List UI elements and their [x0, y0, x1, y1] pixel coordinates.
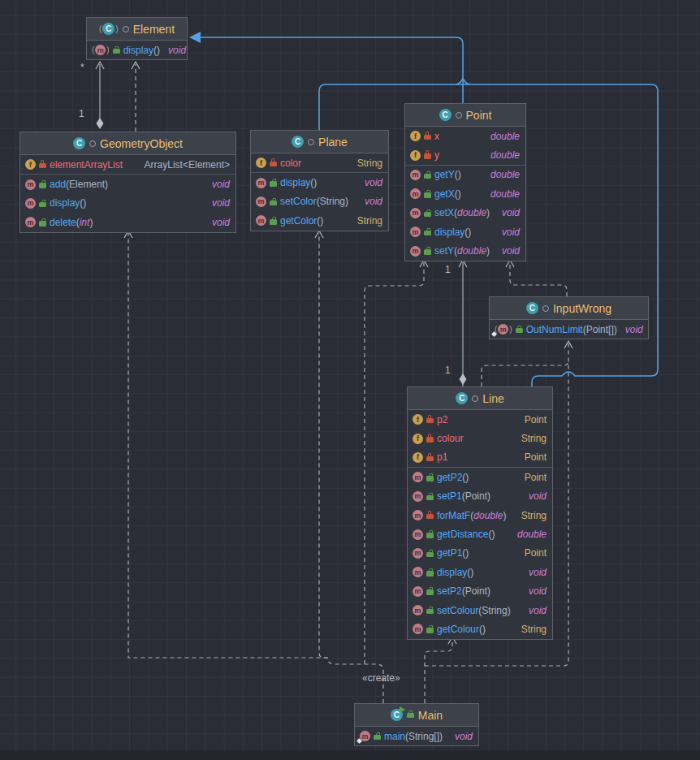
- field-row-y[interactable]: fydouble: [405, 145, 525, 164]
- class-node-line[interactable]: CLinefp2PointfcolourStringfp1PointmgetP2…: [407, 386, 553, 640]
- method-row-display[interactable]: mdisplay()void: [251, 173, 388, 192]
- method-row-display[interactable]: mdisplay()void: [405, 222, 525, 241]
- visibility-circle-icon: [542, 305, 549, 312]
- field-type: ArrayList<Element>: [140, 159, 230, 171]
- method-signature: setP1(Point): [437, 490, 490, 502]
- edge-create-main-plane[interactable]: [319, 233, 328, 658]
- class-circle-icon: C: [526, 302, 538, 314]
- field-row-x[interactable]: fxdouble: [405, 127, 525, 145]
- field-row-p1[interactable]: fp1Point: [408, 448, 552, 467]
- method-name: OutNumLimit: [526, 324, 583, 335]
- method-name: getP1: [437, 547, 462, 559]
- method-row-setColour[interactable]: msetColour(String)void: [408, 601, 552, 620]
- method-circle-icon: m: [95, 45, 106, 55]
- method-row-getDistance[interactable]: mgetDistance()double: [408, 525, 552, 543]
- close-paren: ): [465, 472, 469, 483]
- method-row-delete[interactable]: mdelete(int)void: [20, 213, 235, 231]
- uml-diagram-canvas[interactable]: *111«create» CElementmdisplay()voidCGeom…: [0, 0, 700, 760]
- method-signature: display(): [123, 45, 160, 56]
- class-header-element[interactable]: CElement: [87, 18, 187, 41]
- method-return-type: Point: [520, 547, 547, 559]
- private-lock-icon: [39, 163, 46, 169]
- class-circle-icon: C: [456, 392, 468, 404]
- method-signature: getColour(): [437, 624, 486, 635]
- class-circle-icon: C: [73, 137, 85, 149]
- method-row-main[interactable]: mmain(String[])void: [355, 727, 478, 745]
- edge-dependency-line-inputwrong[interactable]: [482, 361, 568, 386]
- method-row-display[interactable]: mdisplay()void: [408, 563, 552, 581]
- fields-section: fcolorString: [251, 153, 388, 173]
- class-node-main[interactable]: CMainmmain(String[])void: [354, 703, 479, 746]
- class-node-plane[interactable]: CPlanefcolorStringmdisplay()voidmsetColo…: [250, 130, 389, 231]
- method-row-getY[interactable]: mgetY()double: [405, 166, 525, 184]
- class-header-geometryobject[interactable]: CGeometryObject: [20, 132, 235, 155]
- method-icon: m: [410, 188, 421, 199]
- method-row-OutNumLimit[interactable]: mOutNumLimit(Point[])void: [490, 320, 648, 339]
- method-row-getP2[interactable]: mgetP2()Point: [408, 468, 552, 486]
- method-param: Point: [465, 585, 487, 597]
- method-row-setColor[interactable]: msetColor(String)void: [251, 192, 388, 211]
- class-node-point[interactable]: CPointfxdoublefydoublemgetY()doublemgetX…: [404, 103, 526, 261]
- method-row-setX[interactable]: msetX(double)void: [405, 204, 525, 222]
- class-node-element[interactable]: CElementmdisplay()void: [86, 17, 188, 60]
- close-paren: ): [486, 207, 490, 218]
- method-row-forMatF[interactable]: mforMatF(double)String: [408, 506, 552, 525]
- methods-section: mdisplay()voidmsetColor(String)voidmgetC…: [251, 173, 388, 230]
- edge-dependency-inputwrong-point[interactable]: [510, 262, 567, 296]
- method-circle-icon: m: [413, 529, 423, 540]
- method-circle-icon: m: [413, 586, 423, 597]
- method-row-getColor[interactable]: mgetColor()String: [251, 211, 388, 230]
- method-row-display[interactable]: mdisplay()void: [87, 41, 187, 59]
- field-row-p2[interactable]: fp2Point: [408, 410, 552, 429]
- class-header-plane[interactable]: CPlane: [251, 131, 388, 153]
- method-icon: m: [413, 491, 423, 502]
- method-signature: display(): [280, 177, 317, 188]
- field-row-colour[interactable]: fcolourString: [408, 429, 552, 447]
- method-row-display[interactable]: mdisplay()void: [20, 194, 235, 213]
- method-circle-icon: m: [413, 624, 423, 634]
- method-icon: m: [413, 472, 423, 482]
- method-signature: getColor(): [280, 215, 323, 227]
- close-paren: ): [468, 227, 471, 238]
- class-node-inputwrong[interactable]: CInputWrongmOutNumLimit(Point[])void: [489, 296, 649, 339]
- field-row-color[interactable]: fcolorString: [251, 153, 388, 172]
- method-row-getX[interactable]: mgetX()double: [405, 184, 525, 203]
- edge-create-main-line[interactable]: [425, 639, 452, 703]
- class-header-point[interactable]: CPoint: [405, 104, 525, 127]
- class-node-geometryobject[interactable]: CGeometryObjectfelementArrayListArrayLis…: [19, 132, 236, 233]
- method-row-getColour[interactable]: mgetColour()String: [408, 620, 552, 638]
- method-signature: add(Element): [50, 179, 108, 190]
- class-header-line[interactable]: CLine: [408, 387, 552, 410]
- method-row-getP1[interactable]: mgetP1()Point: [408, 544, 552, 563]
- edge-create-main-geometryobject[interactable]: [128, 233, 383, 703]
- method-return-type: void: [524, 605, 547, 616]
- class-title: Element: [133, 23, 175, 36]
- public-lock-icon: [424, 174, 431, 179]
- public-lock-icon: [424, 249, 431, 255]
- method-row-setY[interactable]: msetY(double)void: [405, 241, 525, 260]
- method-icon: m: [25, 179, 36, 190]
- close-paren: ): [458, 169, 461, 180]
- close-paren: ): [614, 324, 617, 335]
- method-row-setP1[interactable]: msetP1(Point)void: [408, 487, 552, 506]
- method-return-type: void: [497, 245, 520, 257]
- public-lock-icon: [407, 713, 414, 719]
- class-header-main[interactable]: CMain: [355, 704, 478, 727]
- close-paren: ): [345, 196, 348, 207]
- method-return-type: void: [620, 324, 643, 335]
- edge-implements-element-trunk[interactable]: [193, 37, 463, 103]
- class-circle-icon: C: [102, 23, 115, 35]
- multiplicity-many-element: *: [80, 62, 84, 73]
- method-circle-icon: m: [413, 548, 423, 559]
- close-paren: ): [491, 529, 495, 540]
- method-signature: setColor(String): [280, 196, 348, 207]
- class-header-inputwrong[interactable]: CInputWrong: [490, 297, 648, 320]
- method-param: double: [457, 245, 486, 257]
- method-icon: m: [360, 731, 370, 741]
- method-row-add[interactable]: madd(Element)void: [20, 175, 235, 193]
- method-row-setP2[interactable]: msetP2(Point)void: [408, 582, 552, 601]
- method-icon: m: [410, 246, 421, 257]
- field-row-elementArrayList[interactable]: felementArrayListArrayList<Element>: [20, 155, 235, 174]
- public-lock-icon: [426, 628, 434, 633]
- method-param: String: [482, 605, 507, 616]
